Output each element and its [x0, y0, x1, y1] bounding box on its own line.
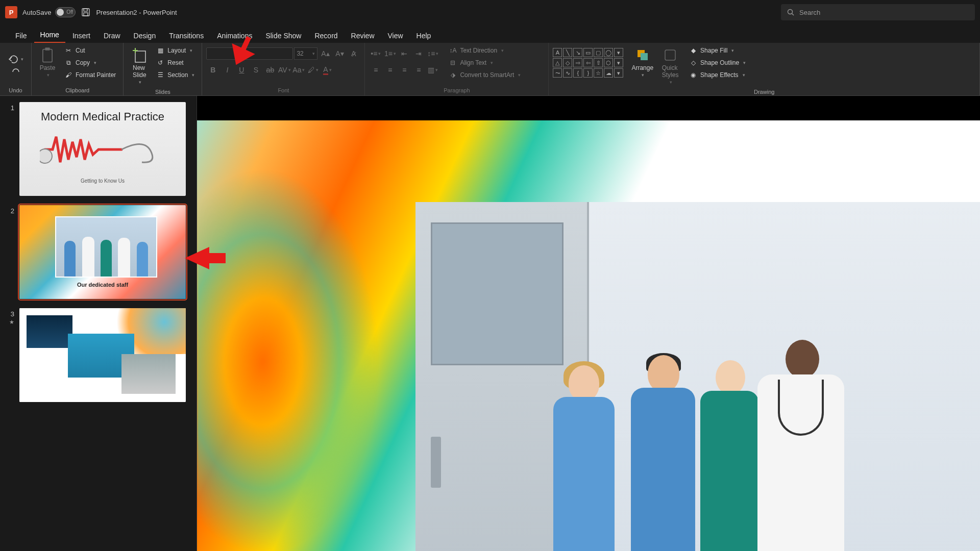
increase-font-button[interactable]: A▴ — [318, 47, 332, 60]
menu-file[interactable]: File — [9, 29, 33, 43]
autosave-control[interactable]: AutoSave Off — [22, 7, 76, 17]
arrange-button[interactable]: Arrange▾ — [628, 45, 656, 80]
increase-indent-icon: ⇥ — [415, 49, 422, 58]
search-input[interactable]: Search — [781, 4, 975, 20]
shape-more-row1[interactable]: ▾ — [614, 48, 623, 57]
shape-rect[interactable]: ▭ — [583, 48, 593, 57]
layout-button[interactable]: ▦Layout▾ — [153, 45, 198, 56]
document-title: Presentation2 - PowerPoint — [96, 9, 177, 16]
autosave-toggle[interactable]: Off — [55, 7, 76, 17]
shape-line-arrow[interactable]: ↘ — [573, 48, 582, 57]
align-left-icon: ≡ — [374, 66, 378, 74]
paste-button[interactable]: Paste ▾ — [36, 45, 59, 80]
shape-line[interactable]: ╲ — [563, 48, 572, 57]
align-left-button[interactable]: ≡ — [369, 63, 382, 77]
decrease-font-button[interactable]: A▾ — [333, 47, 346, 60]
shape-brace-l[interactable]: { — [573, 68, 582, 78]
layout-icon: ▦ — [156, 46, 164, 55]
thumbnail-slide-2[interactable]: 2 Our dedicated staff — [7, 205, 189, 299]
shape-callout[interactable]: ☁ — [604, 68, 613, 78]
shape-roundrect[interactable]: ▢ — [594, 48, 603, 57]
align-text-button[interactable]: ⊟Align Text▾ — [446, 57, 524, 68]
change-case-button[interactable]: Aa▾ — [292, 63, 305, 77]
menu-design[interactable]: Design — [128, 29, 162, 43]
justify-button[interactable]: ≡ — [412, 63, 425, 77]
shapes-expand[interactable]: ▾ — [614, 68, 623, 78]
shape-curve[interactable]: ∿ — [563, 68, 572, 78]
bullets-button[interactable]: •≡▾ — [369, 47, 382, 60]
undo-button[interactable]: ▾ — [8, 55, 23, 64]
menu-review[interactable]: Review — [345, 29, 381, 43]
char-spacing-button[interactable]: AV▾ — [278, 63, 291, 77]
bold-icon: B — [210, 66, 215, 74]
thumbnail-slide-3[interactable]: 3 ★ — [7, 308, 189, 402]
group-drawing-label: Drawing — [553, 87, 975, 97]
shape-fill-icon: ◆ — [689, 46, 697, 55]
shape-diamond[interactable]: ◇ — [563, 58, 572, 67]
shape-star[interactable]: ☆ — [594, 68, 603, 78]
thumbnail-1-preview[interactable]: Modern Medical Practice Getting to Know … — [19, 102, 186, 196]
columns-button[interactable]: ▥▾ — [426, 63, 439, 77]
shape-connector[interactable]: ⤳ — [553, 68, 562, 78]
format-painter-button[interactable]: 🖌Format Painter — [61, 69, 119, 81]
thumbnail-2-preview[interactable]: Our dedicated staff — [19, 205, 186, 299]
staff-photo[interactable] — [415, 202, 980, 551]
bold-button[interactable]: B — [206, 63, 219, 77]
shape-fill-button[interactable]: ◆Shape Fill▾ — [686, 45, 749, 56]
menu-transitions[interactable]: Transitions — [163, 29, 210, 43]
decrease-indent-button[interactable]: ⇤ — [398, 47, 411, 60]
current-slide[interactable] — [197, 120, 980, 551]
thumbnail-slide-1[interactable]: 1 Modern Medical Practice Getting to Kno… — [7, 102, 189, 196]
quick-styles-button[interactable]: Quick Styles▾ — [658, 45, 682, 87]
reset-button[interactable]: ↺Reset — [153, 57, 198, 68]
shape-textbox[interactable]: A — [553, 48, 562, 57]
shape-arrow-left[interactable]: ⇦ — [583, 58, 593, 67]
group-paragraph-label: Paragraph — [369, 85, 544, 95]
numbering-button[interactable]: 1≡▾ — [383, 47, 397, 60]
slide-thumbnail-panel[interactable]: 1 Modern Medical Practice Getting to Kno… — [0, 96, 197, 551]
menu-help[interactable]: Help — [410, 29, 437, 43]
font-size-select[interactable]: 32▾ — [294, 47, 317, 60]
redo-button[interactable] — [11, 67, 21, 76]
bullets-icon: •≡ — [371, 49, 377, 58]
shape-hex[interactable]: ⬡ — [604, 58, 613, 67]
menu-record[interactable]: Record — [308, 29, 344, 43]
svg-rect-0 — [82, 9, 89, 16]
new-slide-button[interactable]: New Slide▾ — [128, 45, 151, 87]
color-smoke-graphic — [197, 120, 416, 551]
shape-arrow-right[interactable]: ⇨ — [573, 58, 582, 67]
decrease-indent-icon: ⇤ — [401, 49, 407, 58]
shape-effects-button[interactable]: ◉Shape Effects▾ — [686, 69, 749, 81]
shape-brace-r[interactable]: } — [583, 68, 593, 78]
numbering-icon: 1≡ — [384, 49, 393, 58]
copy-button[interactable]: ⧉Copy▾ — [61, 57, 119, 68]
font-color-button[interactable]: A▾ — [321, 63, 334, 77]
section-button[interactable]: ☰Section▾ — [153, 69, 198, 81]
align-center-button[interactable]: ≡ — [383, 63, 397, 77]
clear-formatting-button[interactable]: A̷ — [347, 47, 360, 60]
thumbnail-3-preview[interactable] — [19, 308, 186, 402]
shape-outline-button[interactable]: ◇Shape Outline▾ — [686, 57, 749, 68]
align-right-button[interactable]: ≡ — [398, 63, 411, 77]
slide-canvas-area[interactable] — [197, 96, 980, 551]
shape-more-row2[interactable]: ▾ — [614, 58, 623, 67]
line-spacing-button[interactable]: ↕≡▾ — [426, 47, 439, 60]
highlight-button[interactable]: 🖊▾ — [306, 63, 320, 77]
shape-arrow-up[interactable]: ⇧ — [594, 58, 603, 67]
text-direction-button[interactable]: ↕AText Direction▾ — [446, 45, 524, 56]
menu-insert[interactable]: Insert — [66, 29, 96, 43]
save-icon[interactable] — [81, 7, 91, 17]
menu-view[interactable]: View — [382, 29, 409, 43]
shapes-gallery[interactable]: A ╲ ↘ ▭ ▢ ◯ ▾ △ ◇ ⇨ ⇦ ⇧ ⬡ ▾ ⤳ ∿ { } ☆ ☁ — [553, 48, 623, 78]
menu-draw[interactable]: Draw — [97, 29, 127, 43]
shape-outline-icon: ◇ — [689, 59, 697, 67]
convert-smartart-button[interactable]: ⬗Convert to SmartArt▾ — [446, 69, 524, 81]
cut-button[interactable]: ✂Cut — [61, 45, 119, 56]
shape-oval[interactable]: ◯ — [604, 48, 613, 57]
menu-home[interactable]: Home — [34, 28, 65, 43]
strikethrough-button[interactable]: ab — [263, 63, 277, 77]
increase-indent-button[interactable]: ⇥ — [412, 47, 425, 60]
menu-slide-show[interactable]: Slide Show — [259, 29, 307, 43]
shape-triangle[interactable]: △ — [553, 58, 562, 67]
shape-effects-icon: ◉ — [689, 71, 697, 79]
